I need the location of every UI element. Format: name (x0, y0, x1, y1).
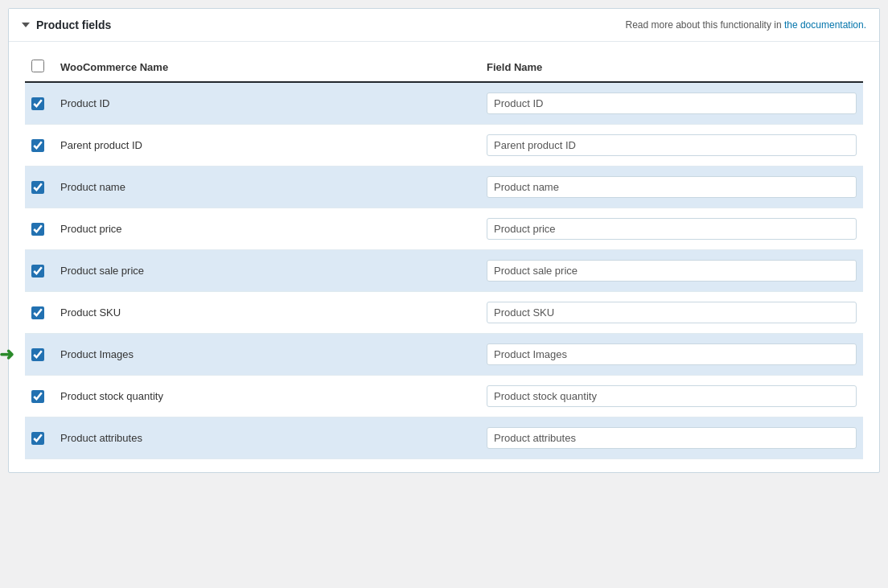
header-woo-name: WooCommerce Name (60, 61, 487, 73)
row-label-product-sku: Product SKU (60, 306, 487, 319)
row-checkbox-col (31, 139, 60, 152)
field-input-product-attributes[interactable] (487, 427, 857, 449)
row-checkbox-product-name[interactable] (31, 181, 44, 194)
row-checkbox-col (31, 432, 60, 445)
row-input-col-product-price (487, 218, 857, 240)
row-input-col-product-sku (487, 302, 857, 323)
row-input-col-product-name (487, 176, 857, 198)
table-row: Product SKU (25, 292, 863, 334)
row-input-col-product-attributes (487, 427, 857, 449)
row-checkbox-product-images[interactable] (31, 348, 44, 361)
row-checkbox-col (31, 265, 60, 278)
row-label-product-attributes: Product attributes (60, 432, 487, 444)
panel-title: Product fields (36, 19, 111, 31)
field-input-product-images[interactable] (487, 343, 857, 365)
select-all-checkbox[interactable] (31, 60, 44, 72)
table-row: ➜ Product Images (25, 334, 863, 376)
row-label-product-name: Product name (60, 181, 487, 193)
row-checkbox-col (31, 223, 60, 236)
field-input-product-sku[interactable] (487, 302, 857, 323)
row-input-col-product-id (487, 93, 857, 114)
row-checkbox-col (31, 348, 60, 361)
row-label-parent-product-id: Parent product ID (60, 139, 487, 151)
table-header: WooCommerce Name Field Name (25, 55, 863, 83)
field-input-product-price[interactable] (487, 218, 857, 240)
row-label-product-price: Product price (60, 223, 487, 235)
row-input-col-product-images (487, 343, 857, 365)
row-checkbox-product-stock-quantity[interactable] (31, 390, 44, 403)
table-row: Product stock quantity (25, 376, 863, 417)
arrow-indicator: ➜ (0, 344, 14, 365)
doc-intro: Read more about this functionality in (625, 19, 783, 31)
table-row: Product sale price (25, 250, 863, 292)
row-label-product-id: Product ID (60, 97, 487, 109)
row-checkbox-col (31, 181, 60, 194)
row-checkbox-product-sku[interactable] (31, 306, 44, 319)
product-fields-panel: Product fields Read more about this func… (8, 8, 880, 473)
row-checkbox-product-sale-price[interactable] (31, 265, 44, 278)
doc-link[interactable]: the documentation. (784, 19, 866, 31)
table-body: Product ID Parent product ID Product nam… (25, 83, 863, 459)
field-input-parent-product-id[interactable] (487, 134, 857, 156)
row-label-product-sale-price: Product sale price (60, 265, 487, 277)
row-checkbox-col (31, 390, 60, 403)
field-input-product-sale-price[interactable] (487, 260, 857, 282)
row-label-product-stock-quantity: Product stock quantity (60, 390, 487, 402)
row-input-col-product-sale-price (487, 260, 857, 282)
header-field-name: Field Name (487, 61, 857, 73)
row-checkbox-product-price[interactable] (31, 223, 44, 236)
row-input-col-product-stock-quantity (487, 385, 857, 407)
table-row: Product price (25, 208, 863, 250)
row-checkbox-col (31, 97, 60, 110)
row-checkbox-col (31, 306, 60, 319)
field-input-product-id[interactable] (487, 93, 857, 114)
field-input-product-stock-quantity[interactable] (487, 385, 857, 407)
panel-header: Product fields Read more about this func… (9, 9, 879, 42)
row-input-col-parent-product-id (487, 134, 857, 156)
table-area: WooCommerce Name Field Name Product ID P… (9, 42, 879, 472)
table-row: Product name (25, 167, 863, 208)
panel-title-area: Product fields (22, 19, 111, 31)
table-row: Parent product ID (25, 125, 863, 167)
table-row: Product ID (25, 83, 863, 125)
row-checkbox-parent-product-id[interactable] (31, 139, 44, 152)
table-row: Product attributes (25, 417, 863, 459)
row-label-product-images: Product Images (60, 348, 487, 360)
collapse-icon[interactable] (22, 23, 30, 27)
doc-text: Read more about this functionality in th… (625, 19, 866, 31)
row-checkbox-product-id[interactable] (31, 97, 44, 110)
row-checkbox-product-attributes[interactable] (31, 432, 44, 445)
field-input-product-name[interactable] (487, 176, 857, 198)
header-check-col (31, 60, 60, 75)
